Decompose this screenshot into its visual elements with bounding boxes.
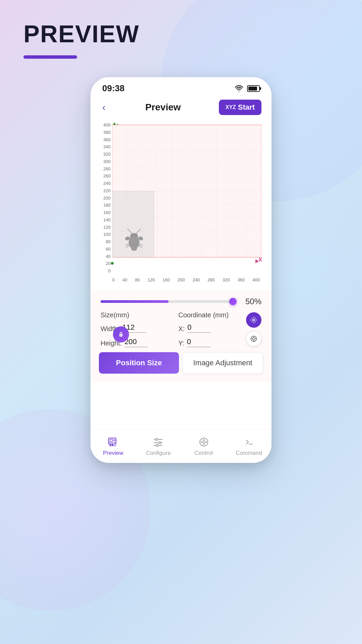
coord-x-row: X: 0 [178, 323, 246, 333]
slider-track[interactable] [101, 300, 236, 303]
y-label-120: 120 [97, 225, 112, 230]
start-button[interactable]: XYZ Start [219, 100, 261, 115]
y-label-160: 160 [97, 210, 112, 215]
coord-y-label: Y: [178, 339, 184, 347]
y-label-180: 180 [97, 203, 112, 208]
x-label-0: 0 [112, 277, 116, 282]
status-icons [234, 85, 260, 92]
configure-nav-icon [153, 436, 165, 448]
origin-dot [111, 262, 114, 265]
x-label-40: 40 [122, 277, 129, 282]
params-section: 50% Size(mm) Width: 112 Height: 200 [90, 290, 272, 382]
x-label-160: 160 [163, 277, 172, 282]
size-group: Size(mm) Width: 112 Height: 200 [101, 311, 168, 347]
y-label-300: 300 [97, 159, 112, 164]
y-label-360: 360 [97, 137, 112, 142]
coord-y-value: 0 [187, 337, 210, 347]
command-nav-icon [243, 436, 255, 448]
slider-section: 50% [90, 290, 272, 310]
title-underline [23, 55, 77, 59]
coord-x-value: 0 [187, 323, 211, 333]
slider-thumb[interactable] [229, 298, 237, 305]
svg-line-7 [136, 229, 140, 234]
wifi-icon [234, 85, 244, 92]
svg-marker-49 [200, 441, 202, 443]
nav-item-preview[interactable]: Preview [90, 433, 136, 460]
nav-item-command[interactable]: Command [226, 433, 272, 460]
back-button[interactable]: ‹ [101, 100, 107, 115]
x-label-280: 280 [207, 277, 217, 282]
coordinate-group: Coordinate (mm) X: 0 Y: 0 [168, 311, 246, 347]
x-label-320: 320 [223, 277, 232, 282]
battery-icon [247, 85, 260, 92]
lobster-icon [119, 226, 149, 256]
coordinate-title: Coordinate (mm) [178, 311, 246, 319]
svg-point-20 [121, 335, 122, 336]
x-axis: 0 40 80 120 160 200 240 280 320 360 400 [112, 276, 261, 287]
lock-icon [117, 331, 125, 338]
svg-line-10 [128, 238, 131, 238]
control-nav-label: Control [194, 450, 213, 457]
tab-buttons: Position Size Image Adjustment [99, 352, 263, 374]
svg-line-6 [127, 229, 132, 234]
y-label-220: 220 [97, 188, 112, 193]
y-label-80: 80 [97, 239, 112, 244]
preview-nav-icon [107, 436, 119, 448]
x-label-120: 120 [147, 277, 157, 282]
x-label-240: 240 [192, 277, 201, 282]
chart-container: Y 0 20 40 60 80 100 120 140 160 180 200 … [97, 122, 265, 287]
svg-rect-30 [110, 439, 113, 441]
bottom-nav: Preview Configure [90, 429, 272, 463]
y-label-400: 400 [97, 122, 112, 127]
svg-point-16 [131, 247, 137, 251]
svg-point-46 [203, 441, 205, 443]
nav-item-control[interactable]: Control [181, 433, 226, 460]
svg-point-18 [135, 235, 137, 236]
svg-point-39 [159, 442, 161, 444]
y-label-20: 20 [97, 261, 112, 266]
nav-bar: ‹ Preview XYZ Start [90, 97, 272, 119]
gear-button[interactable] [246, 312, 261, 328]
coord-x-label: X: [178, 325, 185, 333]
svg-point-42 [156, 444, 158, 446]
y-label-320: 320 [97, 152, 112, 157]
x-label-360: 360 [238, 277, 247, 282]
image-adjustment-tab[interactable]: Image Adjustment [182, 352, 263, 374]
start-label: Start [238, 103, 255, 112]
command-nav-label: Command [236, 450, 262, 457]
nav-title: Preview [145, 102, 181, 113]
target-icon [250, 335, 257, 342]
position-size-tab[interactable]: Position Size [99, 352, 179, 374]
svg-point-23 [252, 337, 255, 340]
lock-button[interactable] [113, 326, 129, 342]
nav-item-configure[interactable]: Configure [136, 433, 181, 460]
size-title: Size(mm) [101, 311, 168, 319]
chart-inner: Y 0 20 40 60 80 100 120 140 160 180 200 … [97, 122, 265, 287]
page-title: PREVIEW [23, 20, 139, 48]
y-label-340: 340 [97, 144, 112, 149]
lobster-preview [112, 207, 156, 275]
status-time: 09:38 [102, 83, 125, 94]
size-coordinate-section: Size(mm) Width: 112 Height: 200 [90, 310, 272, 351]
coord-y-row: Y: 0 [178, 337, 246, 347]
y-label-140: 140 [97, 217, 112, 222]
x-axis-label: X [258, 257, 262, 263]
y-label-60: 60 [97, 247, 112, 252]
status-bar: 09:38 [90, 77, 272, 97]
svg-line-11 [137, 238, 140, 238]
target-button[interactable] [246, 331, 261, 346]
chart-grid: X [112, 122, 261, 275]
x-label-400: 400 [252, 277, 261, 282]
svg-point-17 [131, 235, 133, 236]
y-label-0: 0 [97, 268, 112, 273]
y-label-280: 280 [97, 166, 112, 171]
x-label-200: 200 [178, 277, 187, 282]
battery-fill [248, 87, 257, 91]
y-axis: 0 20 40 60 80 100 120 140 160 180 200 22… [97, 122, 112, 275]
y-label-240: 240 [97, 181, 112, 186]
width-row: Width: 112 [101, 323, 168, 333]
phone-mockup: 09:38 ‹ Preview XYZ Start [90, 77, 272, 463]
y-label-260: 260 [97, 173, 112, 178]
configure-nav-label: Configure [146, 450, 171, 457]
control-nav-icon [198, 436, 210, 448]
